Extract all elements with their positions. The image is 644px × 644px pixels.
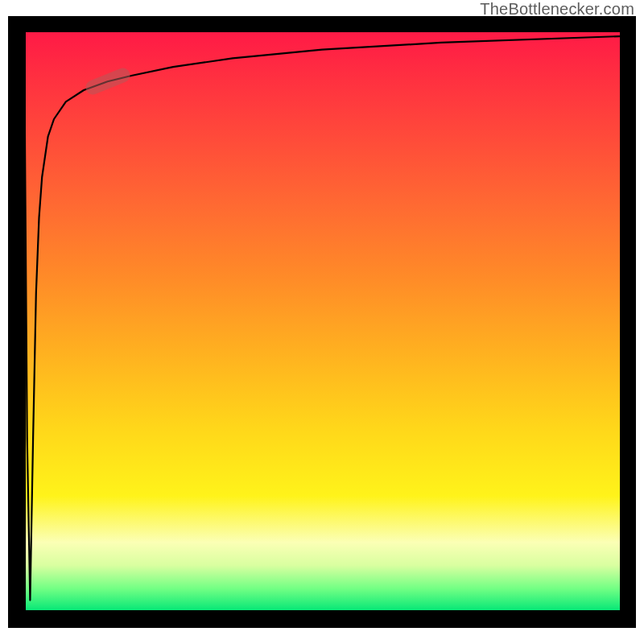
- plot-area: [24, 32, 620, 612]
- frame-right: [620, 16, 636, 628]
- frame-bottom: [8, 612, 636, 628]
- frame-left: [8, 16, 24, 628]
- frame-top: [8, 16, 636, 32]
- axis-bottom-line: [24, 610, 620, 612]
- chart-stage: TheBottlenecker.com: [0, 0, 644, 644]
- axis-left-line: [24, 32, 26, 612]
